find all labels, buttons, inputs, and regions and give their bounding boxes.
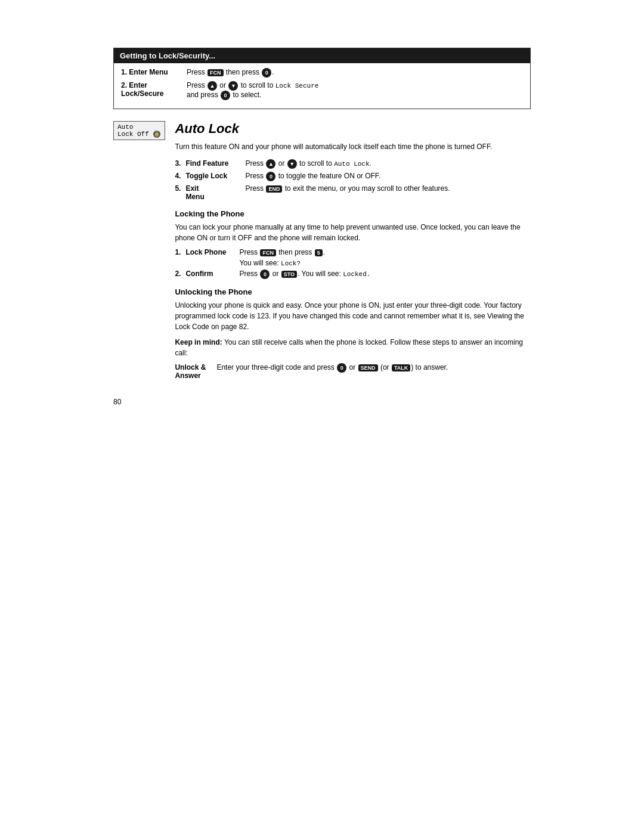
unlocking-section-text: Unlocking your phone is quick and easy. … [175, 300, 531, 332]
getting-to-header: Getting to Lock/Security... [114, 48, 530, 63]
locking-section-header: Locking the Phone [175, 209, 531, 218]
step-enter-menu-content: Press FCN then press 0. [187, 68, 523, 78]
main-content: Auto Lock Off 🔒 Auto Lock Turn this feat… [113, 121, 531, 380]
lock-step-1: 1. Lock Phone Press FCN then press 5. [175, 248, 531, 256]
lock-step-2-content: Press 0 or STO. You will see: Locked. [239, 270, 531, 279]
step-find-feature-content: Press ▲ or ▼ to scroll to Auto Lock. [245, 159, 531, 169]
step-toggle-lock: 4. Toggle Lock Press 0 to toggle the fea… [175, 172, 531, 181]
end-button-icon: END [266, 185, 282, 193]
keep-in-mind: Keep in mind: You can still receive call… [175, 337, 531, 358]
getting-to-body: 1. Enter Menu Press FCN then press 0. 2.… [114, 63, 530, 109]
sto-btn: STO [281, 271, 297, 278]
page-title: Auto Lock [175, 121, 531, 137]
talk-btn: TALK [392, 364, 410, 371]
zero-button-icon: 0 [262, 68, 271, 78]
getting-to-box: Getting to Lock/Security... 1. Enter Men… [113, 48, 531, 109]
step-enter-lock: 2. EnterLock/Secure Press ▲ or ▼ to scro… [121, 81, 523, 100]
locking-section-text: You can lock your phone manually at any … [175, 222, 531, 243]
step-exit-menu: 5. ExitMenu Press END to exit the menu, … [175, 184, 531, 201]
lock-steps: 1. Lock Phone Press FCN then press 5. Yo… [175, 248, 531, 279]
unlocking-section-header: Unlocking the Phone [175, 287, 531, 296]
unlock-content: Enter your three-digit code and press 0 … [216, 363, 531, 373]
main-steps: 3. Find Feature Press ▲ or ▼ to scroll t… [175, 159, 531, 201]
select-button-icon: 0 [221, 91, 230, 100]
lock-step-2: 2. Confirm Press 0 or STO. You will see:… [175, 270, 531, 279]
ok-btn: 0 [260, 270, 270, 279]
five-btn: 5 [315, 249, 323, 256]
fcn-button-icon: FCN [208, 69, 224, 76]
lock-icon: 🔒 [153, 131, 160, 138]
right-content: Auto Lock Turn this feature ON and your … [175, 121, 531, 380]
unlock-row: Unlock &Answer Enter your three-digit co… [175, 363, 531, 380]
step-toggle-lock-content: Press 0 to toggle the feature ON or OFF. [245, 172, 531, 181]
up-btn: ▲ [266, 159, 275, 169]
step-enter-menu-label: 1. Enter Menu [121, 68, 187, 76]
send-btn: SEND [358, 364, 378, 371]
lock-step-1-sub: You will see: Lock? [239, 259, 531, 267]
step-enter-lock-content: Press ▲ or ▼ to scroll to Lock Secure an… [187, 81, 523, 100]
ok-btn2: 0 [337, 363, 346, 373]
step-find-feature: 3. Find Feature Press ▲ or ▼ to scroll t… [175, 159, 531, 169]
page: Getting to Lock/Security... 1. Enter Men… [89, 36, 555, 418]
phone-screen: Auto Lock Off 🔒 [113, 121, 165, 140]
intro-text: Turn this feature ON and your phone will… [175, 141, 531, 152]
step-enter-menu: 1. Enter Menu Press FCN then press 0. [121, 68, 523, 78]
select-btn: 0 [266, 172, 275, 181]
phone-screen-line2: Lock Off 🔒 [117, 131, 161, 138]
page-number: 80 [113, 398, 531, 406]
step-enter-lock-label: 2. EnterLock/Secure [121, 81, 187, 98]
step-exit-menu-content: Press END to exit the menu, or you may s… [245, 184, 531, 193]
phone-display: Auto Lock Off 🔒 [113, 121, 165, 143]
up-button-icon: ▲ [208, 81, 217, 91]
lock-step-1-content: Press FCN then press 5. [239, 248, 531, 256]
down-button-icon: ▼ [228, 81, 238, 91]
fcn-btn: FCN [260, 249, 276, 256]
dn-btn: ▼ [287, 159, 297, 169]
phone-screen-line1: Auto [117, 123, 161, 131]
